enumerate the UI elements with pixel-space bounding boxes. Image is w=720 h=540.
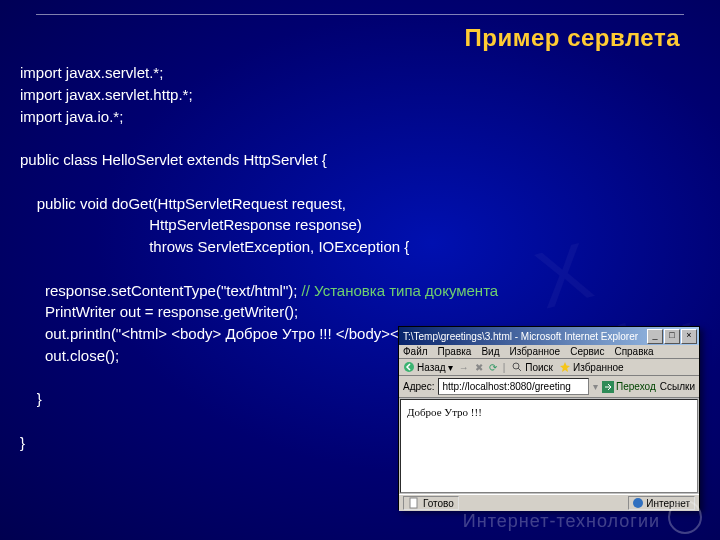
go-label: Переход [616,381,656,392]
browser-titlebar[interactable]: T:\Temp\greetings\3.html - Microsoft Int… [399,327,699,345]
arrow-left-icon [403,361,415,373]
menu-item-favorites[interactable]: Избранное [509,346,560,357]
slide-title: Пример сервлета [465,24,680,52]
menu-item-edit[interactable]: Правка [438,346,472,357]
favorites-label: Избранное [573,362,624,373]
status-left-text: Готово [423,498,454,509]
status-left: Готово [403,496,459,510]
menu-item-tools[interactable]: Сервис [570,346,604,357]
svg-rect-4 [410,498,417,508]
back-label: Назад [417,362,446,373]
browser-menu: Файл Правка Вид Избранное Сервис Справка [399,345,699,359]
address-bar: Адрес: http://localhost:8080/greeting ▾ … [399,376,699,398]
browser-toolbar: Назад ▾ → ✖ ⟳ | Поиск Избранное [399,359,699,376]
code-comment: // Установка типа документа [302,282,499,299]
url-input[interactable]: http://localhost:8080/greeting [438,378,589,395]
go-button[interactable]: Переход [602,381,656,393]
favorites-button[interactable]: Избранное [559,361,624,373]
footer-logo-icon [668,500,702,534]
code-line: } [20,434,25,451]
search-icon [511,361,523,373]
code-line: HttpServletResponse response) [20,216,362,233]
browser-title: T:\Temp\greetings\3.html - Microsoft Int… [403,331,638,342]
code-line: public class HelloServlet extends HttpSe… [20,151,327,168]
svg-line-2 [518,368,521,371]
svg-point-0 [404,362,414,372]
code-line: import java.io.*; [20,108,123,125]
footer-text: Интернет-технологии [463,511,660,532]
browser-window: T:\Temp\greetings\3.html - Microsoft Int… [398,326,700,510]
minimize-button[interactable]: _ [647,329,663,344]
maximize-button[interactable]: □ [664,329,680,344]
close-button[interactable]: × [681,329,697,344]
page-text: Доброе Утро !!! [407,406,482,418]
menu-item-view[interactable]: Вид [481,346,499,357]
code-line: response.setContentType("text/html"); [20,282,302,299]
code-line: import javax.servlet.*; [20,64,163,81]
page-content: Доброе Утро !!! [400,399,698,493]
code-line: out.println("<html> <body> Доброе Утро !… [20,325,459,342]
globe-icon [633,498,643,508]
code-line: out.close(); [20,347,119,364]
code-line: PrintWriter out = response.getWriter(); [20,303,298,320]
back-button[interactable]: Назад ▾ [403,361,453,373]
go-icon [602,381,614,393]
links-label[interactable]: Ссылки [660,381,695,392]
code-line: } [20,390,42,407]
top-divider [36,14,684,15]
code-line: public void doGet(HttpServletRequest req… [20,195,346,212]
search-label: Поиск [525,362,553,373]
code-line: throws ServletException, IOException { [20,238,409,255]
address-label: Адрес: [403,381,434,392]
code-line: import javax.servlet.http.*; [20,86,193,103]
status-bar: Готово Интернет [399,494,699,511]
document-icon [408,497,420,509]
star-icon [559,361,571,373]
search-button[interactable]: Поиск [511,361,553,373]
menu-item-file[interactable]: Файл [403,346,428,357]
menu-item-help[interactable]: Справка [614,346,653,357]
